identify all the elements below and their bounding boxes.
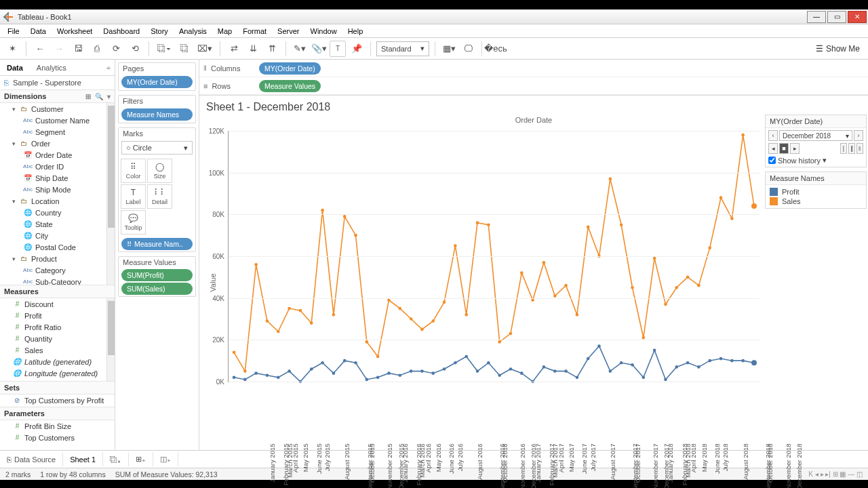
measure-field[interactable]: #Discount bbox=[0, 298, 106, 310]
menu-analysis[interactable]: Analysis bbox=[174, 26, 212, 37]
dim-group-order[interactable]: ▾🗀Order bbox=[0, 138, 106, 149]
mark-color-button[interactable]: ⠿Color bbox=[121, 159, 146, 183]
view-icon[interactable]: ⊞ bbox=[85, 93, 91, 100]
dim-group-location[interactable]: ▾🗀Location bbox=[0, 195, 106, 207]
columns-pill[interactable]: MY(Order Date) bbox=[259, 62, 321, 75]
visualization[interactable]: Order Date Value 0K20K40K60K80K100K120K … bbox=[199, 115, 868, 450]
dim-field[interactable]: AbcCustomer Name bbox=[0, 115, 106, 126]
measure-field[interactable]: 🌐Latitude (generated) bbox=[0, 356, 106, 367]
menu-map[interactable]: Map bbox=[213, 26, 237, 37]
data-source-tab[interactable]: ⎘Data Source bbox=[0, 453, 63, 466]
marks-color-pill[interactable]: ⠿Measure Nam.. bbox=[121, 238, 193, 250]
marks-type-selector[interactable]: ○ Circle▾ bbox=[121, 141, 193, 155]
dim-field[interactable]: 📅Order Date bbox=[0, 149, 106, 161]
mark-label-button[interactable]: TLabel bbox=[121, 184, 146, 209]
dim-field[interactable]: 🌐State bbox=[0, 218, 106, 230]
pages-pill[interactable]: MY(Order Date) bbox=[121, 76, 193, 88]
page-prev-button[interactable]: ‹ bbox=[768, 130, 778, 141]
tab-analytics[interactable]: Analytics bbox=[30, 61, 73, 75]
duplicate-sheet-button[interactable]: ⿻ bbox=[176, 41, 193, 57]
menu-worksheet[interactable]: Worksheet bbox=[52, 26, 97, 37]
labels-button[interactable]: T bbox=[330, 41, 346, 57]
dim-field[interactable]: AbcShip Mode bbox=[0, 184, 106, 195]
status-nav-icons[interactable]: K ◂ ▸ ▸| ⊞ ▦ — ◫ bbox=[808, 470, 863, 478]
dim-field[interactable]: AbcOrder ID bbox=[0, 161, 106, 172]
dim-field[interactable]: 🌐Country bbox=[0, 207, 106, 218]
page-stop-button[interactable]: ■ bbox=[779, 143, 789, 154]
dim-field[interactable]: AbcSegment bbox=[0, 126, 106, 138]
speed-2-button[interactable]: ‖ bbox=[848, 143, 855, 154]
menu-server[interactable]: Server bbox=[273, 26, 304, 37]
page-play-button[interactable]: ▸ bbox=[790, 143, 800, 154]
dim-field[interactable]: 🌐Postal Code bbox=[0, 241, 106, 253]
measure-field[interactable]: #Sales bbox=[0, 344, 106, 356]
speed-3-button[interactable]: ⦀ bbox=[856, 143, 863, 154]
close-button[interactable]: ✕ bbox=[848, 11, 867, 23]
dim-field[interactable]: 🌐City bbox=[0, 230, 106, 241]
mv-pill[interactable]: SUM(Sales) bbox=[121, 283, 193, 295]
sheet-title[interactable]: Sheet 1 - December 2018 bbox=[199, 96, 868, 115]
measure-field[interactable]: #Profit Ratio bbox=[0, 321, 106, 333]
measure-field[interactable]: #Profit bbox=[0, 310, 106, 321]
tableau-home-icon[interactable]: ✶ bbox=[4, 41, 20, 57]
menu-help[interactable]: Help bbox=[343, 26, 368, 37]
dim-group-product[interactable]: ▾🗀Product bbox=[0, 253, 106, 264]
set-field[interactable]: ⊘Top Customers by Profit bbox=[0, 394, 115, 406]
menu-window[interactable]: Window bbox=[306, 26, 342, 37]
mark-detail-button[interactable]: ⠇⠇Detail bbox=[147, 184, 172, 209]
sort-asc-button[interactable]: ⇊ bbox=[245, 41, 261, 57]
search-icon[interactable]: 🔍 bbox=[95, 93, 103, 100]
legend-item[interactable]: Sales bbox=[768, 197, 863, 206]
new-story-tab[interactable]: ◫₊ bbox=[153, 452, 178, 466]
menu-file[interactable]: File bbox=[3, 26, 24, 37]
panel-menu-icon[interactable]: ÷ bbox=[102, 64, 115, 72]
mark-size-button[interactable]: ◯Size bbox=[147, 159, 172, 183]
datasource-row[interactable]: ⎘ Sample - Superstore bbox=[0, 76, 115, 89]
new-worksheet-button[interactable]: ⿻▾ bbox=[155, 41, 174, 57]
mv-pill[interactable]: SUM(Profit) bbox=[121, 269, 193, 281]
clear-sheet-button[interactable]: ⌧▾ bbox=[195, 41, 214, 57]
dim-field[interactable]: AbcSub-Category bbox=[0, 276, 106, 285]
dimensions-scrollbar[interactable] bbox=[106, 103, 115, 285]
show-me-button[interactable]: ☰Show Me bbox=[812, 43, 864, 55]
page-first-button[interactable]: ◂ bbox=[768, 143, 778, 154]
menu-data[interactable]: Data bbox=[26, 26, 51, 37]
new-worksheet-tab[interactable]: ⿻₊ bbox=[103, 453, 129, 466]
share-button[interactable]: �есь bbox=[488, 41, 504, 57]
dim-field[interactable]: 📅Ship Date bbox=[0, 172, 106, 184]
forward-button[interactable]: → bbox=[51, 41, 67, 57]
menu-format[interactable]: Format bbox=[238, 26, 271, 37]
measure-field[interactable]: 🌐Longitude (generated) bbox=[0, 367, 106, 379]
dim-field[interactable]: AbcCategory bbox=[0, 264, 106, 276]
rows-pill[interactable]: Measure Values bbox=[259, 80, 321, 92]
page-current-selector[interactable]: December 2018▾ bbox=[779, 130, 852, 141]
param-field[interactable]: #Profit Bin Size bbox=[0, 420, 115, 432]
param-field[interactable]: #Top Customers bbox=[0, 432, 115, 443]
auto-update-button[interactable]: ⟳ bbox=[108, 41, 124, 57]
highlight-button[interactable]: ✎▾ bbox=[292, 41, 308, 57]
presentation-mode-button[interactable]: 🖵 bbox=[460, 41, 476, 57]
sort-desc-button[interactable]: ⇈ bbox=[264, 41, 280, 57]
menu-icon[interactable]: ▾ bbox=[107, 93, 111, 100]
show-cards-button[interactable]: ▦▾ bbox=[441, 41, 457, 57]
dim-group-customer[interactable]: ▾🗀Customer bbox=[0, 103, 106, 115]
sheet-tab[interactable]: Sheet 1 bbox=[63, 451, 103, 466]
measures-scrollbar[interactable] bbox=[106, 298, 115, 381]
minimize-button[interactable]: — bbox=[807, 11, 826, 23]
refresh-button[interactable]: ⟲ bbox=[127, 41, 143, 57]
new-dashboard-tab[interactable]: ⊞₊ bbox=[129, 452, 153, 466]
group-button[interactable]: 📎▾ bbox=[311, 41, 327, 57]
columns-shelf[interactable]: ⦀Columns MY(Order Date) bbox=[199, 60, 868, 77]
measure-field[interactable]: #Quantity bbox=[0, 333, 106, 344]
maximize-button[interactable]: ▭ bbox=[827, 11, 846, 23]
tab-data[interactable]: Data bbox=[0, 61, 30, 75]
page-next-button[interactable]: › bbox=[854, 130, 863, 141]
menu-story[interactable]: Story bbox=[146, 26, 173, 37]
speed-1-button[interactable]: | bbox=[840, 143, 847, 154]
swap-axes-button[interactable]: ⇄ bbox=[226, 41, 242, 57]
pin-button[interactable]: 📌 bbox=[349, 41, 365, 57]
new-data-button[interactable]: ⎙ bbox=[89, 41, 105, 57]
fit-selector[interactable]: Standard▾ bbox=[376, 41, 429, 56]
legend-item[interactable]: Profit bbox=[768, 187, 863, 197]
rows-shelf[interactable]: ≡Rows Measure Values bbox=[199, 77, 868, 95]
